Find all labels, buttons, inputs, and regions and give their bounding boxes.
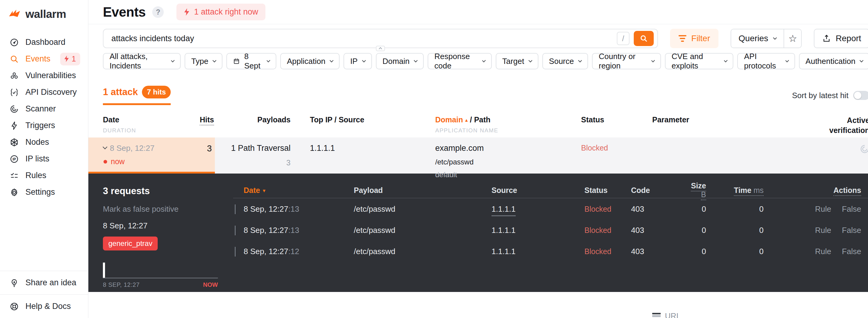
attacks-table-header: Date DURATION Hits Payloads Top IP / Sou… [103,115,868,135]
toggle-knob [854,92,861,99]
lightning-icon [184,8,190,16]
chip-label: Domain [382,57,410,66]
brand-logo[interactable]: wallarm [0,0,88,21]
filter-chip-application[interactable]: Application [280,53,340,69]
sidebar-item-settings[interactable]: Settings [0,184,88,201]
attack-parameter-cell: URI [652,144,829,318]
collapse-chevron-icon[interactable] [102,144,107,149]
events-badge-count: 1 [72,54,76,64]
chip-label: Source [549,57,574,66]
chevron-down-icon [171,58,175,62]
filter-chip-country[interactable]: Country or region [592,53,661,69]
header-domain-label[interactable]: Domain [435,115,463,124]
filter-chip-cve[interactable]: CVE and exploits [665,53,734,69]
filter-chip-date[interactable]: 8 Sept [226,53,276,69]
main-content: Events ? 1 attack right now / Filter [88,0,868,318]
attack-top-ip[interactable]: 1.1.1.1 [290,144,435,318]
chevron-down-icon [651,58,655,62]
filter-chip-target[interactable]: Target [496,53,538,69]
chip-label: IP [350,57,358,66]
header-date-label: Date [103,115,119,124]
sidebar-item-events[interactable]: Events 1 [0,51,88,67]
sort-toggle[interactable] [853,91,868,100]
search-box: / [103,29,658,48]
live-dot-icon [103,160,107,164]
sidebar-item-label: Events [25,54,51,64]
chevron-down-icon [362,58,366,62]
report-button[interactable]: Report [814,29,868,48]
page-header: Events ? 1 attack right now [88,0,868,24]
filter-chip-authentication[interactable]: Authentication [799,53,868,69]
chevron-down-icon [213,58,217,62]
filter-chip-source[interactable]: Source [542,53,588,69]
export-icon [822,34,831,43]
header-status-label: Status [581,115,604,124]
chip-label: Authentication [806,57,856,66]
filter-button[interactable]: Filter [670,29,718,48]
attack-live-indicator: now [103,157,200,166]
sort-label: Sort by latest hit [792,91,848,100]
queries-dropdown[interactable]: Queries [731,29,783,48]
col-header-parameter: Parameter [652,115,829,135]
chip-label: Application [287,57,326,66]
star-icon: ☆ [788,33,797,44]
chevron-down-icon [785,58,789,62]
hits-badge: 7 hits [142,86,171,98]
chip-label: 8 Sept [244,52,262,70]
chevron-down-icon [482,58,486,62]
col-header-domain-path: Domain▲/ Path APPLICATION NAME [435,115,581,135]
sidebar-item-label: API Discovery [25,88,77,97]
search-button[interactable] [634,31,654,46]
nodes-icon [9,137,19,147]
attack-hits: 3 [200,144,212,318]
filter-chip-response-code[interactable]: Response code [428,53,492,69]
sidebar-item-label: Vulnerabilities [25,71,76,80]
chip-label: API protocols [744,52,781,70]
sidebar-item-help-docs[interactable]: Help & Docs [0,294,88,318]
sidebar-item-vulnerabilities[interactable]: Vulnerabilities [0,67,88,84]
search-input[interactable] [112,34,617,43]
filter-chip-type[interactable]: Type [185,53,222,69]
filter-chip-ip[interactable]: IP [343,53,372,69]
dashboard-icon [9,37,19,48]
sort-control: Sort by latest hit [792,91,868,100]
sidebar-item-share-idea[interactable]: Share an idea [0,271,88,294]
lightbulb-icon [9,278,19,288]
attack-row[interactable]: 8 Sep, 12:27 now 3 1 Path Traversal 3 1.… [88,138,868,174]
chip-label: All attacks, Incidents [110,52,167,70]
attack-domain: example.com [435,144,484,153]
sidebar-item-nodes[interactable]: Nodes [0,134,88,150]
filter-chip-api-protocols[interactable]: API protocols [737,53,795,69]
search-expand-handle[interactable] [376,46,385,51]
sidebar-item-triggers[interactable]: Triggers [0,117,88,134]
sidebar-item-rules[interactable]: Rules [0,167,88,184]
tab-attacks[interactable]: 1 attack 7 hits [103,86,171,105]
live-label: now [111,157,125,166]
sidebar-item-ip-lists[interactable]: IP IP lists [0,150,88,167]
header-duration-label: DURATION [103,127,200,134]
col-header-date: Date DURATION [103,115,200,135]
api-discovery-icon [9,87,19,97]
sidebar-nav: Dashboard Events 1 Vulnerabilities [0,34,88,201]
search-icon [9,54,19,64]
sidebar-item-dashboard[interactable]: Dashboard [0,34,88,51]
sidebar-item-label: Scanner [25,104,56,114]
app-window: wallarm Dashboard Events 1 [0,0,868,318]
col-header-top-ip: Top IP / Source [290,115,435,135]
sidebar-item-api-discovery[interactable]: API Discovery [0,84,88,100]
verification-spinner-icon[interactable] [860,144,868,154]
filter-chip-row: All attacks, Incidents Type 8 Sept Appli… [103,53,868,69]
header-active-verification-label: Active verification [829,116,868,135]
sidebar-item-label: Nodes [25,138,49,147]
favorite-query-button[interactable]: ☆ [783,29,801,48]
sidebar-item-scanner[interactable]: Scanner [0,100,88,117]
help-icon[interactable]: ? [152,6,164,18]
chip-label: Country or region [599,52,647,70]
filter-chip-attacks-incidents[interactable]: All attacks, Incidents [103,53,181,69]
live-attack-alert[interactable]: 1 attack right now [177,4,266,20]
attack-parameter: URI [665,311,679,318]
filter-chip-domain[interactable]: Domain [376,53,424,69]
search-toolbar: / Filter Queries ☆ [103,29,868,48]
chevron-down-icon [724,58,727,62]
chevron-down-icon [578,58,582,62]
